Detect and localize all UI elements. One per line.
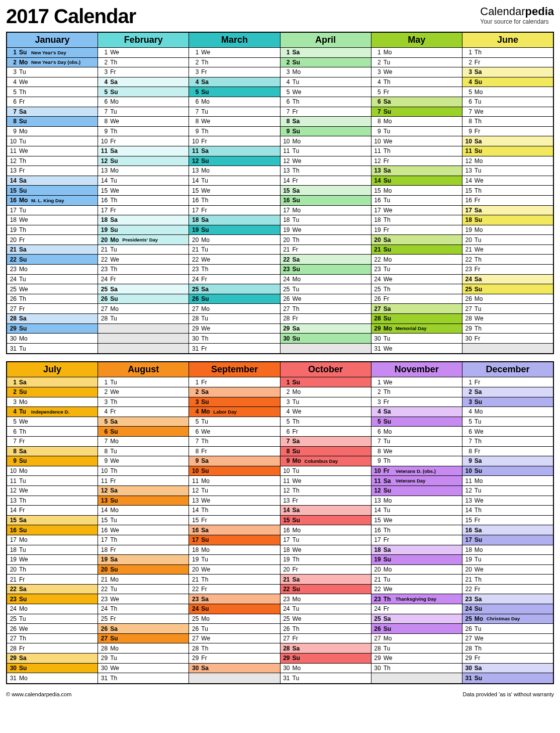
day-of-week: Tu: [292, 467, 304, 474]
day-cell: 3Tu: [281, 397, 371, 408]
day-of-week: Tu: [383, 197, 395, 204]
day-cell: 4We: [281, 407, 371, 417]
day-number: 16: [462, 197, 474, 204]
day-cell: 24Mo: [7, 604, 98, 614]
day-cell: 15Fr: [462, 516, 553, 526]
month-header-september: September: [189, 362, 280, 377]
day-number: 7: [98, 438, 109, 445]
day-cell: 27Mo: [371, 634, 462, 644]
day-of-week: We: [292, 295, 304, 302]
day-cell: 5Tu: [189, 417, 279, 427]
day-cell: 15We: [371, 516, 462, 526]
day-number: 31: [189, 345, 200, 352]
day-cell: 9Tu: [371, 127, 462, 137]
day-number: 18: [7, 216, 18, 223]
day-of-week: Mo: [474, 615, 486, 622]
day-number: 25: [7, 286, 18, 293]
day-number: 15: [462, 517, 474, 524]
day-number: 29: [189, 325, 200, 332]
day-number: 3: [462, 398, 474, 405]
day-cell: [281, 344, 371, 354]
day-cell: 24Fr: [371, 604, 462, 614]
day-number: 10: [371, 138, 383, 145]
day-of-week: Sa: [292, 256, 304, 263]
day-of-week: We: [18, 147, 30, 154]
day-cell: 11Th: [371, 146, 462, 156]
day-cell: 5Su: [371, 417, 462, 427]
day-number: 8: [371, 448, 383, 455]
day-cell: 15We: [98, 186, 189, 196]
day-cell: 22Su: [281, 585, 371, 595]
day-number: 10: [371, 467, 383, 474]
day-of-week: Sa: [18, 448, 30, 455]
day-cell: 3Fr: [98, 67, 189, 77]
day-number: 9: [281, 457, 292, 464]
day-of-week: Mo: [292, 138, 304, 145]
day-cell: 22Mo: [371, 255, 462, 265]
day-number: 12: [189, 157, 200, 165]
day-of-week: Sa: [292, 438, 304, 445]
day-of-week: Su: [200, 467, 212, 474]
day-number: 22: [189, 586, 200, 593]
day-number: 13: [98, 167, 109, 174]
day-number: 7: [189, 108, 200, 115]
day-cell: 31Fr: [189, 344, 279, 354]
month-column-april: 1Sa2Su3Mo4Tu5We6Th7Fr8Sa9Su10Mo11Tu12We1…: [281, 48, 371, 353]
day-of-week: Sa: [200, 457, 212, 464]
month-header-january: January: [7, 33, 98, 48]
day-number: 1: [189, 49, 200, 56]
day-number: 21: [98, 576, 109, 583]
day-of-week: Mo: [200, 477, 212, 484]
day-of-week: Th: [109, 398, 121, 405]
day-number: 13: [371, 167, 383, 174]
day-number: 8: [98, 448, 109, 455]
day-cell: 15Sa: [7, 516, 98, 526]
day-of-week: Tu: [292, 398, 304, 405]
day-number: 1: [7, 49, 18, 56]
event-label: Memorial Day: [395, 325, 462, 331]
day-of-week: Mo: [383, 635, 395, 642]
day-number: 28: [98, 315, 109, 322]
day-cell: 21Tu: [98, 245, 189, 255]
day-number: 11: [98, 147, 109, 154]
day-of-week: Mo: [474, 226, 486, 233]
day-number: 13: [7, 167, 18, 174]
day-number: 1: [281, 49, 292, 56]
day-number: 11: [189, 477, 200, 484]
day-number: 17: [7, 207, 18, 214]
day-number: 23: [189, 596, 200, 603]
day-of-week: Th: [292, 305, 304, 312]
day-cell: 22Sa: [281, 255, 371, 265]
day-number: 7: [371, 438, 383, 445]
day-number: 23: [98, 266, 109, 273]
day-of-week: Sa: [383, 305, 395, 312]
day-number: 26: [462, 295, 474, 302]
day-number: 27: [98, 635, 109, 642]
day-of-week: Fr: [200, 138, 212, 145]
day-number: 16: [281, 197, 292, 204]
day-of-week: Fr: [109, 477, 121, 484]
day-number: 13: [281, 497, 292, 504]
day-number: 11: [189, 147, 200, 154]
day-cell: 8Sa: [7, 447, 98, 457]
day-of-week: Th: [109, 467, 121, 474]
day-of-week: Fr: [383, 89, 395, 96]
day-cell: 19Tu: [462, 555, 553, 565]
day-number: 30: [462, 665, 474, 672]
day-of-week: Th: [109, 536, 121, 543]
day-cell: 4Tu: [281, 77, 371, 88]
day-number: 5: [281, 418, 292, 425]
day-cell: 23Th: [98, 265, 189, 275]
day-of-week: Mo: [383, 566, 395, 573]
day-number: 8: [462, 448, 474, 455]
day-number: 4: [462, 408, 474, 415]
day-of-week: We: [383, 655, 395, 662]
day-cell: 29Sa: [7, 654, 98, 664]
day-number: 28: [281, 645, 292, 652]
day-number: 3: [371, 398, 383, 405]
day-cell: 14Tu: [189, 176, 279, 186]
day-of-week: Fr: [383, 536, 395, 543]
day-cell: 31Su: [462, 673, 553, 683]
day-of-week: Fr: [109, 68, 121, 75]
day-of-week: Th: [292, 556, 304, 563]
